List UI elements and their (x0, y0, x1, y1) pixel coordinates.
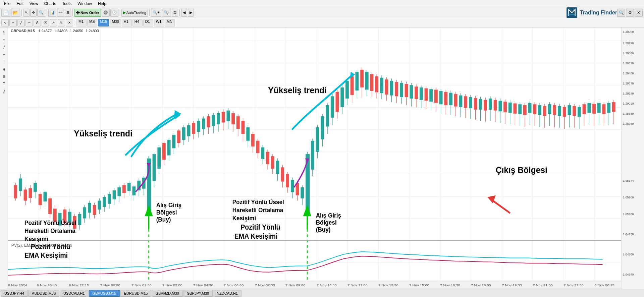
lp-vline[interactable]: | (1, 58, 7, 65)
tf-mn[interactable]: MN (165, 19, 175, 26)
svg-rect-112 (207, 116, 210, 127)
svg-rect-246 (538, 105, 541, 115)
chart-svg: Yükseliş trendi Yükseliş trendi Pozitif … (8, 27, 621, 281)
svg-rect-64 (88, 203, 91, 213)
menu-help[interactable]: Help (95, 1, 109, 7)
menu-tools[interactable]: Tools (59, 1, 74, 7)
logo-icon (567, 7, 577, 18)
indicators-btn[interactable]: 〰 (57, 9, 64, 17)
svg-rect-240 (523, 105, 527, 115)
new-order-btn[interactable]: ✚ New Order (74, 9, 101, 17)
svg-text:7 Nov 06:00: 7 Nov 06:00 (224, 283, 244, 287)
svg-rect-258 (568, 105, 571, 115)
tf-m1[interactable]: M1 (76, 19, 87, 26)
svg-rect-238 (518, 104, 522, 114)
menu-window[interactable]: Window (75, 1, 95, 7)
arrow-tool[interactable]: ↗ (50, 19, 57, 26)
chart-type-btn[interactable]: 📊 (48, 9, 56, 17)
svg-rect-130 (251, 134, 255, 146)
tab-nzdcad-h1[interactable]: NZDCAD,H1 (213, 290, 241, 297)
menu-view[interactable]: View (27, 1, 41, 7)
tf-h4[interactable]: H4 (132, 19, 143, 26)
delete-tool[interactable]: ✕ (66, 19, 73, 26)
svg-text:EMA Kesişimi: EMA Kesişimi (24, 252, 68, 259)
pencil-tool[interactable]: ✎ (58, 19, 65, 26)
new-file-btn[interactable]: 📄 (1, 9, 10, 17)
tf-m30[interactable]: M30 (110, 19, 121, 26)
lp-cursor[interactable]: ↖ (1, 29, 7, 36)
close-icon-btn[interactable]: ✕ (635, 9, 643, 17)
menu-charts[interactable]: Charts (42, 1, 59, 7)
menu-file[interactable]: File (1, 1, 13, 7)
svg-text:7 Nov 21:00: 7 Nov 21:00 (533, 283, 553, 287)
settings-icon-btn[interactable]: ⚙ (626, 9, 634, 17)
zoom-in-btn[interactable]: 🔍+ (151, 9, 161, 17)
svg-text:7 Nov 12:00: 7 Nov 12:00 (347, 283, 368, 287)
order-icon-btn[interactable]: 🔘 (102, 9, 110, 17)
lp-fib[interactable]: ⊞ (1, 73, 7, 80)
main-chart[interactable]: GBPUSD,M15 1.24677 1.24803 1.24650 1.248… (8, 27, 621, 281)
chart-scroll-right[interactable]: ▶ (188, 9, 194, 17)
lp-text[interactable]: T (1, 80, 7, 87)
svg-text:1.28880: 1.28880 (623, 112, 634, 115)
tab-usdcad-h1[interactable]: USDCAD,H1 (60, 290, 89, 297)
text-tool[interactable]: A (34, 19, 41, 26)
cursor-btn[interactable]: ↖ (23, 9, 30, 17)
zoom-fix-btn[interactable]: ⊡ (172, 9, 178, 17)
crosshair-btn[interactable]: ✛ (30, 9, 37, 17)
svg-text:1.05344: 1.05344 (623, 179, 634, 182)
tf-d1[interactable]: D1 (143, 19, 153, 26)
svg-rect-266 (587, 103, 591, 113)
svg-rect-114 (212, 115, 215, 126)
svg-rect-104 (187, 125, 191, 136)
tf-m15[interactable]: M15 (98, 19, 109, 26)
svg-rect-132 (256, 141, 260, 153)
svg-text:Yükseliş trendi: Yükseliş trendi (74, 128, 132, 138)
svg-marker-283 (145, 205, 153, 216)
hline-tool[interactable]: ─ (25, 19, 33, 26)
svg-rect-92 (157, 147, 161, 169)
svg-text:7 Nov 13:30: 7 Nov 13:30 (378, 283, 398, 287)
tf-ms[interactable]: MS (87, 19, 97, 26)
tf-h1[interactable]: H1 (122, 19, 132, 26)
period-sep-btn[interactable]: ⊞ (65, 9, 71, 17)
svg-rect-42 (34, 183, 37, 192)
cursor-tool[interactable]: ↖ (1, 19, 9, 26)
menu-bar: File Edit View Charts Tools Window Help (0, 0, 644, 7)
lp-line[interactable]: ╱ (1, 44, 7, 50)
lp-channel[interactable]: ⋕ (1, 66, 7, 72)
svg-text:Kesişimi: Kesişimi (232, 215, 256, 222)
svg-rect-160 (326, 105, 329, 127)
svg-rect-226 (489, 99, 492, 110)
history-btn[interactable]: 🕐 (110, 9, 118, 17)
svg-rect-78 (122, 185, 126, 193)
tab-audusd-m30[interactable]: AUDUSD,M30 (28, 290, 59, 297)
svg-rect-180 (375, 76, 378, 93)
tf-w1[interactable]: W1 (154, 19, 164, 26)
svg-rect-196 (415, 86, 418, 99)
svg-text:1.29010: 1.29010 (623, 102, 634, 105)
svg-rect-270 (597, 103, 601, 113)
tab-eurusd-m15[interactable]: EURUSD,M15 (120, 290, 152, 297)
zoom-out-btn[interactable]: 🔍- (162, 9, 171, 17)
svg-rect-82 (132, 186, 136, 195)
crosshair-tool[interactable]: + (9, 19, 17, 26)
open-btn[interactable]: 📂 (11, 9, 20, 17)
search-icon-btn[interactable]: 🔍 (617, 9, 625, 17)
left-panel: ↖ + ╱ ─ | ⋕ ⊞ T ↗ (0, 27, 8, 289)
lp-cross[interactable]: + (1, 36, 7, 43)
chart-scroll-left[interactable]: ◀ (181, 9, 187, 17)
lp-arrow[interactable]: ↗ (1, 88, 7, 95)
lp-hline[interactable]: ─ (1, 51, 7, 58)
tab-usdjpy-h4[interactable]: USDJPY,H4 (1, 290, 28, 297)
tab-gbpusd-m15[interactable]: GBPUSD,M15 (89, 290, 120, 297)
svg-rect-122 (231, 113, 235, 124)
tab-gbpjpy-m30[interactable]: GBPJPY,M30 (183, 290, 213, 297)
line-tool[interactable]: ╱ (17, 19, 25, 26)
tab-gbpnzd-m30[interactable]: GBPNZD,M30 (152, 290, 182, 297)
svg-text:1.29400: 1.29400 (623, 72, 634, 75)
zoom-btn[interactable]: 🔍 (37, 9, 45, 17)
label-tool[interactable]: Ⓐ (42, 19, 49, 26)
autotrading-btn[interactable]: ▶ AutoTrading (121, 9, 148, 17)
menu-edit[interactable]: Edit (14, 1, 26, 7)
